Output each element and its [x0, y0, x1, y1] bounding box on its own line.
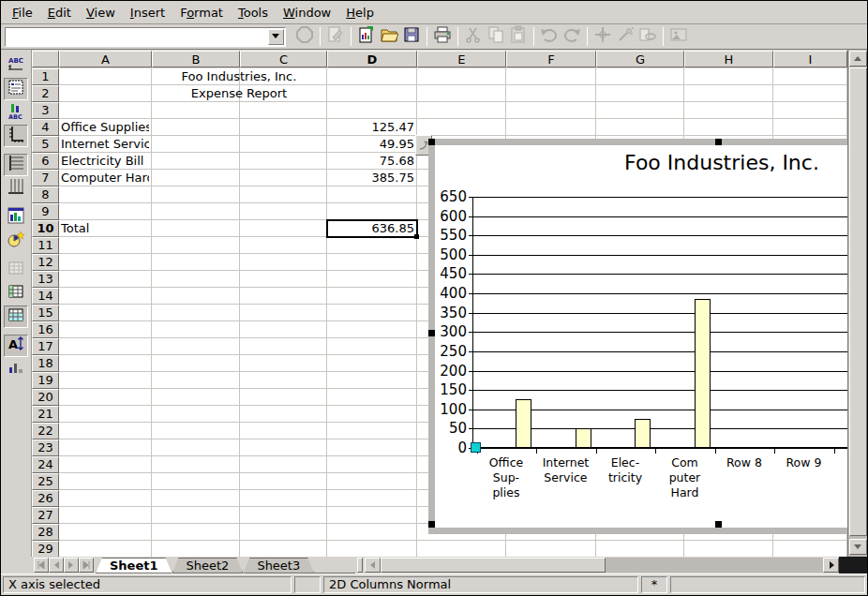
column-header-G[interactable]: G: [596, 51, 684, 67]
column-header-F[interactable]: F: [506, 51, 596, 67]
print-button[interactable]: [431, 26, 454, 47]
show-axes-button[interactable]: [4, 125, 28, 147]
menu-file[interactable]: File: [5, 3, 40, 22]
row-header-28[interactable]: 28: [32, 524, 59, 541]
row-header-15[interactable]: 15: [32, 305, 59, 321]
column-header-B[interactable]: B: [152, 51, 240, 67]
tab-splitter-handle[interactable]: [357, 558, 363, 573]
sheet-tab-sheet3[interactable]: Sheet3: [243, 558, 314, 574]
column-header-C[interactable]: C: [240, 51, 327, 67]
data-in-rows-button[interactable]: [4, 282, 28, 305]
column-header-I[interactable]: I: [773, 51, 847, 67]
menu-insert[interactable]: Insert: [123, 3, 172, 22]
horizontal-grid-button[interactable]: [4, 154, 28, 176]
scale-text-button[interactable]: A: [4, 335, 28, 357]
column-header-E[interactable]: E: [417, 51, 506, 67]
menu-help[interactable]: Help: [338, 3, 382, 22]
auto-layout-icon: [7, 358, 25, 380]
chart-selection-handle-bottom-middle[interactable]: [715, 521, 722, 528]
x-axis-selected-handle[interactable]: [471, 442, 481, 453]
scroll-down-button[interactable]: [849, 539, 867, 555]
chart-y-tick-label: 400: [433, 285, 467, 302]
data-in-columns-button[interactable]: [4, 305, 28, 328]
row-header-16[interactable]: 16: [32, 321, 59, 338]
horizontal-scrollbar[interactable]: [381, 558, 823, 573]
row-header-7[interactable]: 7: [32, 170, 59, 186]
chart-bar[interactable]: [516, 399, 531, 448]
row-header-26[interactable]: 26: [32, 490, 59, 507]
row-header-20[interactable]: 20: [32, 389, 59, 406]
chart-type-button[interactable]: [4, 230, 28, 252]
first-sheet-button[interactable]: [34, 558, 49, 573]
vertical-scrollbar[interactable]: [847, 50, 867, 557]
chart-title-button[interactable]: ABC: [4, 54, 28, 77]
axes-title-button[interactable]: ABC: [4, 101, 28, 124]
save-button[interactable]: [400, 26, 423, 47]
vertical-grid-button[interactable]: [4, 177, 28, 200]
hscroll-right-button[interactable]: [823, 558, 839, 573]
chart-selection-handle-top-left[interactable]: [428, 139, 435, 145]
load-url-combo[interactable]: [5, 27, 286, 47]
chart-bar[interactable]: [576, 428, 591, 448]
chart-selection-handle-bottom-left[interactable]: [428, 521, 435, 528]
row-header-18[interactable]: 18: [32, 355, 59, 372]
chart-bar[interactable]: [695, 299, 711, 448]
combo-dropdown-button[interactable]: [268, 29, 284, 45]
chart-selection-handle-left-middle[interactable]: [428, 330, 435, 336]
next-sheet-button[interactable]: [64, 558, 79, 573]
column-header-H[interactable]: H: [684, 51, 773, 67]
chart-object[interactable]: Foo Industries, Inc.05010015020025030035…: [428, 139, 847, 534]
menu-window[interactable]: Window: [276, 3, 338, 22]
chart-data-button[interactable]: [4, 206, 28, 229]
sheet-tab-sheet2[interactable]: Sheet2: [172, 558, 244, 574]
new-document-button[interactable]: [355, 26, 378, 47]
spreadsheet-grid[interactable]: ABCDEFGHI1234567891011121314151617181920…: [32, 50, 847, 557]
row-header-2[interactable]: 2: [32, 85, 59, 102]
column-header-D[interactable]: D: [327, 51, 417, 67]
column-header-A[interactable]: A: [59, 51, 152, 67]
chart-selection-handle-top-middle[interactable]: [715, 139, 722, 145]
row-header-5[interactable]: 5: [32, 136, 59, 153]
row-header-10[interactable]: 10: [32, 220, 59, 237]
row-header-12[interactable]: 12: [32, 254, 59, 271]
active-cell-border[interactable]: [326, 219, 418, 238]
sheet-tab-sheet1[interactable]: Sheet1: [96, 558, 172, 574]
row-header-22[interactable]: 22: [32, 423, 59, 440]
row-header-27[interactable]: 27: [32, 507, 59, 524]
hscroll-left-button[interactable]: [365, 558, 381, 573]
row-header-25[interactable]: 25: [32, 473, 59, 490]
row-header-23[interactable]: 23: [32, 440, 59, 456]
auto-layout-button[interactable]: [4, 358, 28, 380]
vertical-scroll-thumb[interactable]: [849, 67, 867, 536]
chart-y-axis[interactable]: [472, 197, 473, 448]
undo-button: [538, 26, 561, 47]
chart-bar[interactable]: [635, 419, 651, 448]
row-header-3[interactable]: 3: [32, 102, 59, 119]
row-header-29[interactable]: 29: [32, 541, 59, 557]
scroll-up-button[interactable]: [849, 51, 867, 67]
row-header-6[interactable]: 6: [32, 153, 59, 170]
menu-edit[interactable]: Edit: [40, 3, 79, 22]
menu-format[interactable]: Format: [172, 3, 231, 22]
chart-legend-button[interactable]: [4, 78, 28, 100]
chart-title[interactable]: Foo Industries, Inc.: [624, 151, 819, 174]
row-header-17[interactable]: 17: [32, 338, 59, 355]
row-header-1[interactable]: 1: [32, 68, 59, 85]
row-header-11[interactable]: 11: [32, 237, 59, 254]
open-button[interactable]: [378, 26, 400, 47]
row-header-4[interactable]: 4: [32, 119, 59, 136]
select-all-corner[interactable]: [32, 51, 59, 67]
row-header-19[interactable]: 19: [32, 372, 59, 389]
menu-view[interactable]: View: [79, 3, 123, 22]
cell-fill-handle[interactable]: [414, 234, 419, 239]
row-header-24[interactable]: 24: [32, 456, 59, 473]
horizontal-scroll-thumb[interactable]: [381, 558, 606, 573]
row-header-14[interactable]: 14: [32, 288, 59, 305]
row-header-13[interactable]: 13: [32, 271, 59, 288]
row-header-8[interactable]: 8: [32, 186, 59, 203]
row-header-21[interactable]: 21: [32, 406, 59, 423]
menu-tools[interactable]: Tools: [231, 3, 276, 22]
row-header-9[interactable]: 9: [32, 203, 59, 220]
previous-sheet-button[interactable]: [49, 558, 64, 573]
last-sheet-button[interactable]: [79, 558, 94, 573]
